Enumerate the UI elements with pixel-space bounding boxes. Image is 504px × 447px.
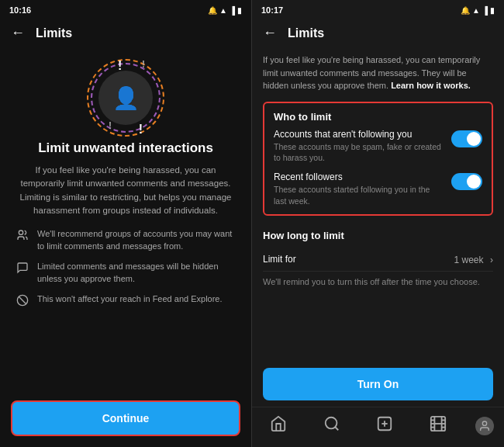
feature-text-2: Limited comments and messages will be hi…: [37, 261, 236, 286]
limit-for-value-wrap: 1 week ›: [454, 252, 493, 266]
people-icon: [16, 229, 29, 244]
turn-on-btn-wrap: Turn On: [252, 362, 504, 407]
status-icons-right: 🔔 ▲ ▐ ▮: [461, 6, 495, 15]
illustration: 👤 ! ! ! !: [0, 47, 251, 140]
toggle-label-2: Recent followers: [274, 172, 444, 182]
header-left: ← Limits: [0, 19, 251, 47]
nav-search-icon[interactable]: [316, 414, 348, 438]
remind-text: We'll remind you to turn this off after …: [263, 276, 493, 288]
page-title-right: Limits: [288, 26, 324, 40]
status-bar-right: 10:17 🔔 ▲ ▐ ▮: [252, 0, 504, 19]
status-icons-left: 🔔 ▲ ▐ ▮: [208, 6, 242, 15]
bottom-nav: [252, 407, 504, 447]
who-to-limit-section: Who to limit Accounts that aren't follow…: [263, 102, 493, 217]
feature-text-1: We'll recommend groups of accounts you m…: [37, 228, 236, 253]
toggle-switch-1[interactable]: [451, 130, 482, 147]
exclaim-icon-tr: !: [142, 59, 145, 70]
wifi-icon: ▲: [219, 6, 227, 15]
feature-text-3: This won't affect your reach in Feed and…: [37, 293, 223, 306]
time-right: 10:17: [261, 5, 283, 15]
svg-line-4: [335, 427, 338, 430]
features-list: We'll recommend groups of accounts you m…: [16, 228, 236, 309]
nav-add-icon[interactable]: [368, 414, 401, 438]
toggle-desc-2: These accounts started following you in …: [274, 184, 444, 206]
right-panel: 10:17 🔔 ▲ ▐ ▮ ← Limits If you feel like …: [252, 0, 504, 447]
chevron-icon: ›: [490, 255, 493, 265]
toggle-label-1: Accounts that aren't following you: [274, 129, 444, 140]
learn-link[interactable]: Learn how it works.: [391, 81, 471, 90]
left-panel: 10:16 🔔 ▲ ▐ ▮ ← Limits 👤 ! ! ! ! Limit u…: [0, 0, 252, 447]
turn-on-button[interactable]: Turn On: [263, 368, 493, 400]
feature-item-3: This won't affect your reach in Feed and…: [16, 293, 236, 309]
nav-home-icon[interactable]: [262, 414, 295, 438]
exclaim-icon-br: !: [139, 123, 143, 137]
svg-line-2: [19, 296, 26, 303]
svg-point-16: [482, 421, 486, 425]
exclaim-icon-bl: !: [109, 120, 112, 131]
time-left: 10:16: [9, 5, 31, 15]
main-desc: If you feel like you're being harassed, …: [16, 164, 236, 217]
no-entry-icon: [16, 294, 29, 309]
back-button-left[interactable]: ←: [11, 25, 25, 41]
right-content: If you feel like you're being harassed, …: [252, 47, 504, 362]
continue-button[interactable]: Continue: [11, 400, 240, 436]
limit-for-row[interactable]: Limit for 1 week ›: [263, 248, 493, 272]
signal-icon: ▐: [230, 6, 235, 15]
nav-profile-avatar[interactable]: [475, 417, 494, 435]
how-long-section: How long to limit Limit for 1 week › We'…: [263, 224, 493, 302]
toggle-desc-1: These accounts may be spam, fake or crea…: [274, 141, 444, 164]
toggle-info-2: Recent followers These accounts started …: [274, 172, 451, 206]
header-right: ← Limits: [252, 19, 504, 47]
toggle-info-1: Accounts that aren't following you These…: [274, 129, 451, 164]
info-text: If you feel like you're being harassed, …: [263, 54, 493, 92]
nav-reels-icon[interactable]: [422, 414, 454, 438]
toggle-row-2: Recent followers These accounts started …: [274, 172, 482, 206]
battery-icon-right: ▮: [490, 6, 495, 15]
continue-btn-wrap: Continue: [0, 393, 251, 447]
alarm-icon-right: 🔔: [461, 6, 470, 15]
limit-for-label: Limit for: [263, 254, 296, 265]
how-long-title: How long to limit: [263, 230, 493, 241]
toggle-switch-2[interactable]: [451, 173, 482, 190]
wifi-icon-right: ▲: [472, 6, 480, 15]
avatar-center: 👤: [98, 71, 153, 125]
svg-point-3: [326, 418, 337, 429]
limit-for-value: 1 week: [454, 255, 484, 265]
signal-icon-right: ▐: [482, 6, 488, 15]
page-title-left: Limits: [36, 26, 72, 40]
left-content: Limit unwanted interactions If you feel …: [0, 140, 251, 393]
toggle-row-1: Accounts that aren't following you These…: [274, 129, 482, 164]
feature-item-1: We'll recommend groups of accounts you m…: [16, 228, 236, 253]
status-bar-left: 10:16 🔔 ▲ ▐ ▮: [0, 0, 251, 19]
who-section-title: Who to limit: [274, 111, 482, 123]
feature-item-2: Limited comments and messages will be hi…: [16, 261, 236, 286]
comment-icon: [16, 262, 29, 276]
svg-point-0: [19, 230, 22, 234]
main-title: Limit unwanted interactions: [16, 140, 236, 156]
alarm-icon: 🔔: [208, 6, 217, 15]
back-button-right[interactable]: ←: [263, 25, 277, 41]
battery-icon: ▮: [237, 6, 242, 15]
